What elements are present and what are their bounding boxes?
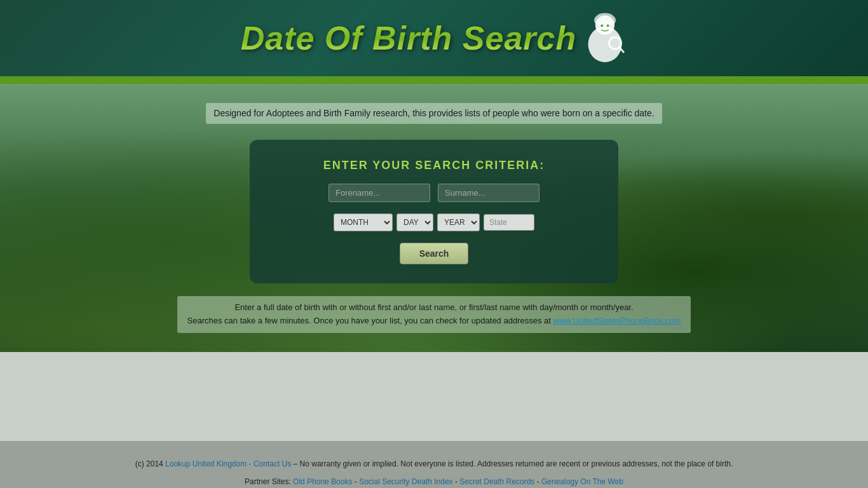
day-select[interactable]: DAY 12345 678910 1112131415 1617181920 2…	[397, 214, 433, 231]
surname-input[interactable]	[438, 184, 539, 202]
name-inputs-row	[275, 184, 593, 202]
lookup-uk-link[interactable]: Lookup United Kingdom	[165, 459, 247, 468]
svg-point-6	[607, 24, 609, 27]
divider1: -	[249, 459, 254, 468]
hint-line2: Searches can take a few minutes. Once yo…	[187, 316, 551, 325]
content-spacer	[0, 352, 868, 441]
disclaimer-text: – No warranty given or implied. Not ever…	[294, 459, 733, 468]
search-button[interactable]: Search	[400, 243, 469, 264]
accent-bar	[0, 76, 868, 84]
copyright-text: (c) 2014	[135, 459, 163, 468]
hint-line1: Enter a full date of birth with or witho…	[234, 302, 633, 312]
logo-icon	[583, 8, 627, 62]
contact-us-link[interactable]: Contact Us	[254, 459, 291, 468]
hint-text: Enter a full date of birth with or witho…	[177, 296, 691, 333]
site-title: Date Of Birth Search	[241, 19, 577, 57]
header: Date Of Birth Search	[0, 0, 868, 76]
hero-subtitle: Designed for Adoptees and Birth Family r…	[206, 103, 661, 124]
footer: (c) 2014 Lookup United Kingdom - Contact…	[0, 441, 868, 488]
partner-label: Partner Sites:	[245, 477, 291, 486]
partner-genealogy[interactable]: Genealogy On The Web	[541, 477, 623, 486]
partner-ssdi[interactable]: Social Security Death Index	[359, 477, 452, 486]
phone-book-link[interactable]: www.UnitedStatesPhoneBook.com	[553, 316, 681, 325]
svg-point-2	[594, 13, 616, 27]
state-input[interactable]	[484, 214, 534, 231]
footer-copyright-row: (c) 2014 Lookup United Kingdom - Contact…	[19, 456, 849, 471]
forename-input[interactable]	[329, 184, 430, 202]
svg-point-5	[601, 24, 604, 27]
year-select[interactable]: YEAR 2000199919981990 1980197019601950	[437, 214, 480, 231]
search-criteria-title: ENTER YOUR SEARCH CRITERIA:	[323, 159, 545, 172]
partner-old-phone-books[interactable]: Old Phone Books	[293, 477, 352, 486]
search-panel: ENTER YOUR SEARCH CRITERIA: MONTH Januar…	[250, 140, 618, 283]
hero-section: Designed for Adoptees and Birth Family r…	[0, 84, 868, 352]
partner-secret-death[interactable]: Secret Death Records	[459, 477, 534, 486]
date-row: MONTH JanuaryFebruaryMarch AprilMayJune …	[275, 214, 593, 231]
month-select[interactable]: MONTH JanuaryFebruaryMarch AprilMayJune …	[334, 214, 393, 231]
partner-sites-row: Partner Sites: Old Phone Books - Social …	[19, 474, 849, 488]
